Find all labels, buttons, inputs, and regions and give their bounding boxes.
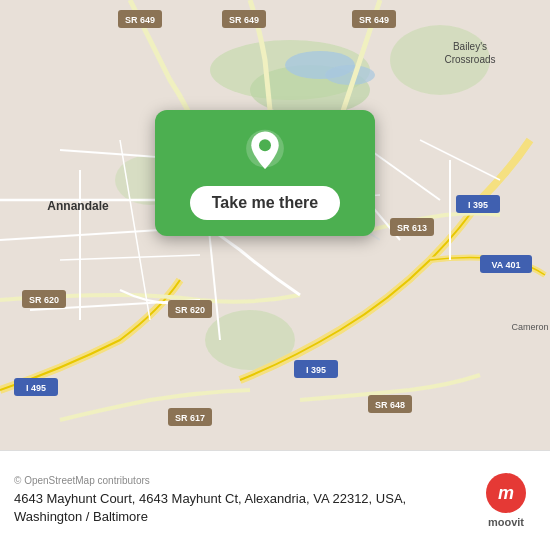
- bottom-bar: © OpenStreetMap contributors 4643 Mayhun…: [0, 450, 550, 550]
- svg-text:SR 620: SR 620: [29, 295, 59, 305]
- take-me-there-button[interactable]: Take me there: [190, 186, 340, 220]
- svg-text:SR 613: SR 613: [397, 223, 427, 233]
- location-pin-icon: [241, 128, 289, 176]
- svg-point-7: [325, 65, 375, 85]
- svg-point-50: [259, 139, 271, 151]
- address-text: 4643 Mayhunt Court, 4643 Mayhunt Ct, Ale…: [14, 490, 414, 526]
- svg-text:SR 617: SR 617: [175, 413, 205, 423]
- moovit-logo: m moovit: [476, 473, 536, 528]
- svg-text:SR 649: SR 649: [125, 15, 155, 25]
- svg-text:Bailey's: Bailey's: [453, 41, 487, 52]
- moovit-label: moovit: [488, 516, 524, 528]
- svg-text:Crossroads: Crossroads: [444, 54, 495, 65]
- svg-text:I 495: I 495: [26, 383, 46, 393]
- svg-text:VA 401: VA 401: [491, 260, 520, 270]
- svg-text:Cameron: Cameron: [511, 322, 548, 332]
- svg-text:SR 648: SR 648: [375, 400, 405, 410]
- svg-text:SR 649: SR 649: [229, 15, 259, 25]
- svg-text:I 395: I 395: [468, 200, 488, 210]
- svg-text:Annandale: Annandale: [47, 199, 109, 213]
- moovit-icon: m: [486, 473, 526, 513]
- location-card[interactable]: Take me there: [155, 110, 375, 236]
- map-container: SR 649 SR 649 SR 649 SR 613 SR 620 SR 62…: [0, 0, 550, 450]
- svg-text:I 395: I 395: [306, 365, 326, 375]
- osm-credit: © OpenStreetMap contributors: [14, 475, 414, 486]
- moovit-m-icon: m: [498, 483, 514, 504]
- svg-text:SR 649: SR 649: [359, 15, 389, 25]
- bottom-left-info: © OpenStreetMap contributors 4643 Mayhun…: [14, 475, 414, 526]
- svg-text:SR 620: SR 620: [175, 305, 205, 315]
